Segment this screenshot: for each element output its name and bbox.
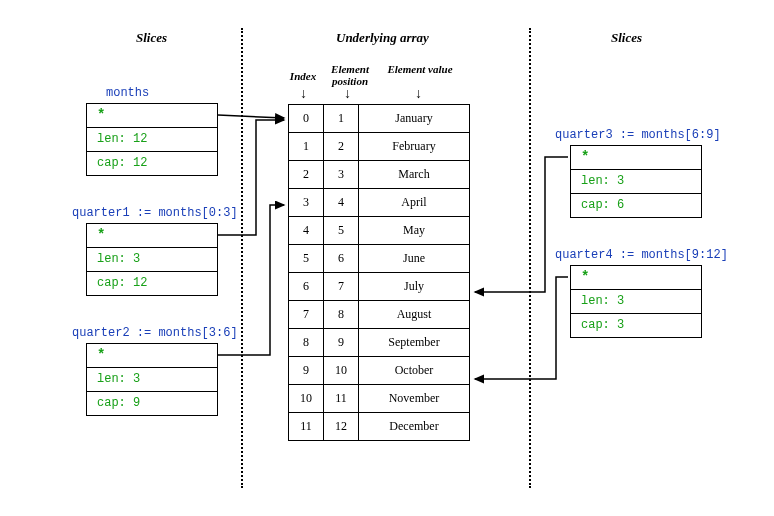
cell-index: 11 xyxy=(289,413,324,441)
table-row: 01January xyxy=(289,105,470,133)
table-row: 45May xyxy=(289,217,470,245)
slice-box-quarter1: * len: 3 cap: 12 xyxy=(86,223,218,296)
cell-index: 2 xyxy=(289,161,324,189)
slice-label-quarter1: quarter1 := months[0:3] xyxy=(72,206,238,220)
cell-index: 10 xyxy=(289,385,324,413)
divider-left xyxy=(241,28,243,488)
slice-box-quarter2: * len: 3 cap: 9 xyxy=(86,343,218,416)
cell-value: October xyxy=(359,357,470,385)
cell-position: 3 xyxy=(324,161,359,189)
cell-position: 5 xyxy=(324,217,359,245)
table-row: 67July xyxy=(289,273,470,301)
cell-value: January xyxy=(359,105,470,133)
diagram-stage: Slices Underlying array Slices Index Ele… xyxy=(0,0,774,516)
table-row: 23March xyxy=(289,161,470,189)
arrow-down-icon: ↓ xyxy=(300,85,307,101)
slice-cap: cap: 9 xyxy=(87,392,217,415)
cell-index: 9 xyxy=(289,357,324,385)
slice-len: len: 12 xyxy=(87,128,217,152)
cell-position: 2 xyxy=(324,133,359,161)
slice-box-quarter3: * len: 3 cap: 6 xyxy=(570,145,702,218)
cell-value: December xyxy=(359,413,470,441)
cell-position: 12 xyxy=(324,413,359,441)
table-row: 12February xyxy=(289,133,470,161)
cell-index: 0 xyxy=(289,105,324,133)
slice-cap: cap: 3 xyxy=(571,314,701,337)
cell-value: May xyxy=(359,217,470,245)
slice-len: len: 3 xyxy=(87,368,217,392)
cell-position: 6 xyxy=(324,245,359,273)
cell-position: 11 xyxy=(324,385,359,413)
cell-value: March xyxy=(359,161,470,189)
pointer-star: * xyxy=(97,107,105,123)
cell-index: 7 xyxy=(289,301,324,329)
table-row: 56June xyxy=(289,245,470,273)
pointer-star: * xyxy=(97,347,105,363)
slice-label-months: months xyxy=(106,86,149,100)
slice-label-quarter2: quarter2 := months[3:6] xyxy=(72,326,238,340)
cell-index: 8 xyxy=(289,329,324,357)
col-header-index: Index xyxy=(283,70,323,82)
table-row: 34April xyxy=(289,189,470,217)
slice-len: len: 3 xyxy=(571,170,701,194)
table-row: 1112December xyxy=(289,413,470,441)
cell-value: August xyxy=(359,301,470,329)
table-row: 910October xyxy=(289,357,470,385)
col-header-value: Element value xyxy=(385,63,455,75)
heading-slices-left: Slices xyxy=(136,30,167,46)
cell-index: 6 xyxy=(289,273,324,301)
table-row: 1011November xyxy=(289,385,470,413)
slice-label-quarter3: quarter3 := months[6:9] xyxy=(555,128,721,142)
col-header-position: Element position xyxy=(320,63,380,87)
cell-value: April xyxy=(359,189,470,217)
cell-index: 4 xyxy=(289,217,324,245)
underlying-array-table: 01January12February23March34April45May56… xyxy=(288,104,470,441)
cell-position: 10 xyxy=(324,357,359,385)
slice-len: len: 3 xyxy=(571,290,701,314)
cell-index: 3 xyxy=(289,189,324,217)
cell-position: 4 xyxy=(324,189,359,217)
slice-cap: cap: 12 xyxy=(87,272,217,295)
cell-value: September xyxy=(359,329,470,357)
table-row: 78August xyxy=(289,301,470,329)
pointer-star: * xyxy=(581,269,589,285)
cell-position: 7 xyxy=(324,273,359,301)
cell-value: June xyxy=(359,245,470,273)
arrow-down-icon: ↓ xyxy=(415,85,422,101)
slice-cap: cap: 6 xyxy=(571,194,701,217)
table-row: 89September xyxy=(289,329,470,357)
slice-cap: cap: 12 xyxy=(87,152,217,175)
divider-right xyxy=(529,28,531,488)
heading-underlying-array: Underlying array xyxy=(336,30,429,46)
cell-index: 1 xyxy=(289,133,324,161)
slice-box-quarter4: * len: 3 cap: 3 xyxy=(570,265,702,338)
pointer-star: * xyxy=(581,149,589,165)
cell-index: 5 xyxy=(289,245,324,273)
cell-value: February xyxy=(359,133,470,161)
arrow-down-icon: ↓ xyxy=(344,85,351,101)
pointer-star: * xyxy=(97,227,105,243)
cell-position: 1 xyxy=(324,105,359,133)
slice-len: len: 3 xyxy=(87,248,217,272)
cell-position: 9 xyxy=(324,329,359,357)
cell-value: July xyxy=(359,273,470,301)
cell-value: November xyxy=(359,385,470,413)
slice-label-quarter4: quarter4 := months[9:12] xyxy=(555,248,728,262)
slice-box-months: * len: 12 cap: 12 xyxy=(86,103,218,176)
cell-position: 8 xyxy=(324,301,359,329)
heading-slices-right: Slices xyxy=(611,30,642,46)
